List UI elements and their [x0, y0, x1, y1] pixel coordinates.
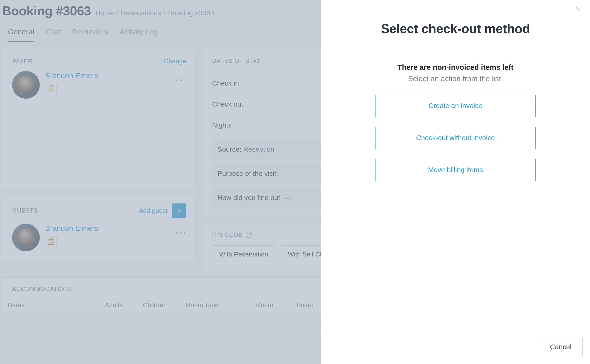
col-children: Children [143, 301, 173, 309]
move-billing-items-button[interactable]: Move billing items [375, 159, 536, 181]
add-guest-link[interactable]: Add guest [139, 207, 168, 215]
tab-chat[interactable]: Chat [46, 28, 61, 42]
luggage-icon [45, 237, 57, 248]
checkout-without-invoice-button[interactable]: Check-out without invoice [375, 127, 536, 149]
breadcrumb-home[interactable]: Home [96, 9, 114, 17]
drawer-title: Select check-out method [381, 21, 530, 36]
source-value: Reception [243, 146, 274, 153]
payer-section-label: PAYER [12, 58, 33, 65]
col-roomtype: Room Type [186, 301, 243, 309]
checkout-drawer: Select check-out method There are non-in… [321, 0, 590, 364]
col-board: Board [296, 301, 321, 309]
payer-name[interactable]: Brandon Elmers [45, 72, 98, 80]
breadcrumb: Home / Reservations / Booking #3063 [96, 9, 214, 17]
source-label: Source: [217, 146, 241, 153]
tab-reminders[interactable]: Reminders [73, 28, 108, 42]
payer-card: PAYER Change Brandon Elmers [2, 49, 197, 189]
guest-name[interactable]: Brandon Elmers [45, 224, 98, 233]
findout-value: — [284, 194, 291, 201]
tab-general[interactable]: General [8, 28, 34, 42]
breadcrumb-sep: / [163, 9, 165, 17]
tab-activity-log[interactable]: Activity Log [120, 28, 157, 42]
add-guest-button[interactable]: + [172, 203, 186, 218]
pincode-label: PIN CODE [212, 231, 243, 238]
cancel-button[interactable]: Cancel [539, 338, 583, 356]
guests-section-label: GUESTS [12, 207, 38, 214]
guests-card: GUESTS Add guest + Brandon Elmers [2, 195, 197, 260]
col-room: Room [256, 301, 283, 309]
page-title: Booking #3063 [2, 3, 91, 18]
drawer-notice-strong: There are non-invoiced items left [397, 63, 513, 72]
guest-row-menu[interactable] [176, 232, 185, 234]
change-payer-link[interactable]: Change [164, 57, 186, 65]
avatar [12, 224, 40, 251]
drawer-notice-sub: Select an action from the list: [408, 74, 503, 83]
luggage-icon [45, 84, 57, 95]
create-invoice-button[interactable]: Create an invoice [375, 95, 536, 117]
guest-row: Brandon Elmers [12, 224, 186, 251]
payer-row: Brandon Elmers [12, 71, 186, 99]
breadcrumb-reservations[interactable]: Reservations [121, 9, 161, 17]
breadcrumb-sep: / [116, 9, 118, 17]
findout-label: How did you find out: [217, 194, 282, 201]
payer-row-menu[interactable] [176, 79, 185, 81]
purpose-value: — [280, 170, 287, 177]
breadcrumb-current: Booking #3063 [168, 9, 214, 17]
purpose-label: Purpose of the visit: [217, 170, 278, 177]
help-icon[interactable]: ? [246, 232, 252, 238]
avatar [12, 71, 40, 99]
col-adults: Adults [105, 301, 130, 309]
col-dates: Dates [8, 301, 92, 309]
close-icon[interactable] [574, 5, 583, 14]
with-reservation-button[interactable]: With Reservation [212, 245, 275, 263]
